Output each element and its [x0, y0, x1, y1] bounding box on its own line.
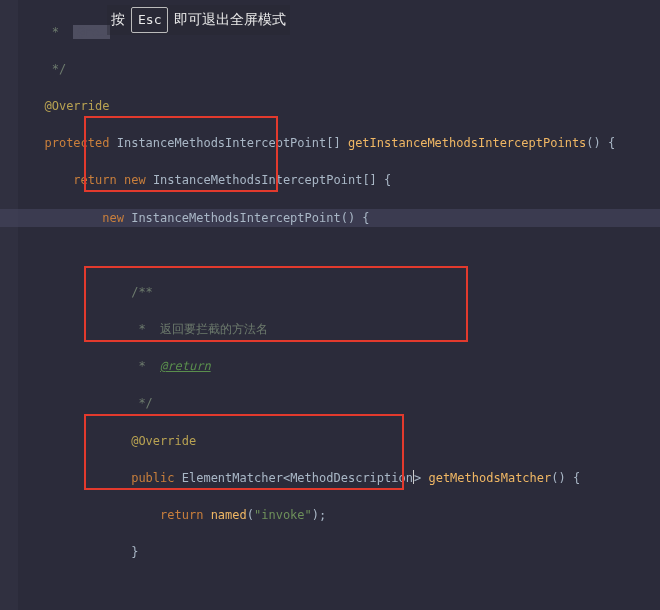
- override-annotation: @Override: [131, 434, 196, 448]
- method-getMethodsMatcher: getMethodsMatcher: [428, 471, 551, 485]
- hint-prefix: 按: [111, 9, 125, 31]
- hint-suffix: 即可退出全屏模式: [174, 9, 286, 31]
- override-annotation: @Override: [44, 99, 109, 113]
- doc1-return-tag: @return: [160, 359, 211, 373]
- obscured-text: @re…: [73, 25, 110, 39]
- doc1-desc: 返回要拦截的方法名: [160, 322, 268, 336]
- code-editor[interactable]: * @re… */ @Override protected InstanceMe…: [0, 0, 615, 610]
- hint-key: Esc: [131, 7, 168, 33]
- method-getInstanceMethodsInterceptPoints: getInstanceMethodsInterceptPoints: [348, 136, 586, 150]
- fullscreen-exit-hint: 按 Esc 即可退出全屏模式: [107, 5, 290, 35]
